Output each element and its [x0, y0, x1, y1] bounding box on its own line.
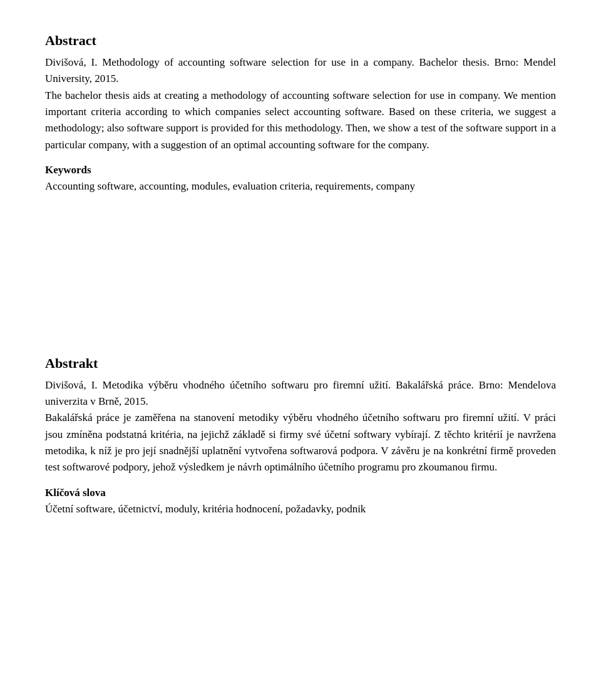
spacer	[45, 195, 556, 333]
keywords-en-text: Accounting software, accounting, modules…	[45, 180, 415, 192]
keywords-en-label: Keywords	[45, 164, 91, 176]
abstract-cz-keywords: Klíčová slova Účetní software, účetnictv…	[45, 485, 556, 518]
keywords-cz-label: Klíčová slova	[45, 487, 106, 499]
abstract-cz-title: Abstrakt	[45, 353, 556, 373]
abstract-cz-section: Abstrakt Divišová, I. Metodika výběru vh…	[45, 353, 556, 518]
abstract-cz-body: Bakalářská práce je zaměřena na stanoven…	[45, 410, 556, 475]
abstract-en-citation: Divišová, I. Methodology of accounting s…	[45, 54, 556, 88]
keywords-cz-text: Účetní software, účetnictví, moduly, kri…	[45, 503, 366, 515]
abstract-cz-citation: Divišová, I. Metodika výběru vhodného úč…	[45, 377, 556, 410]
abstract-en-keywords: Keywords Accounting software, accounting…	[45, 162, 556, 195]
page: Abstract Divišová, I. Methodology of acc…	[0, 0, 601, 700]
abstract-en-section: Abstract Divišová, I. Methodology of acc…	[45, 30, 556, 195]
abstract-en-body: The bachelor thesis aids at creating a m…	[45, 88, 556, 153]
abstract-en-title: Abstract	[45, 30, 556, 51]
